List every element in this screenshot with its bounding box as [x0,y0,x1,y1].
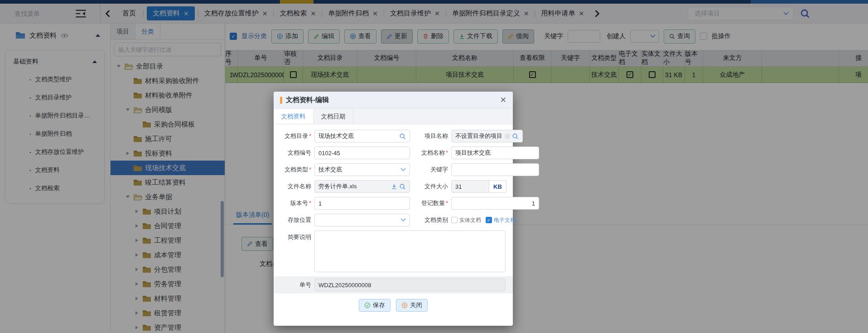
dialog-footer: 保存 关闭 [281,294,506,318]
doc-no-input[interactable] [314,147,410,159]
doc-type-value: 技术交底 [318,166,398,174]
bill-no-label: 单号 [281,281,314,289]
doc-name-input[interactable] [451,147,539,159]
brief-label: 简要说明 [281,230,314,241]
location-select[interactable] [314,214,410,226]
dialog-header: 文档资料-编辑 ✕ [274,92,513,109]
doc-type-select[interactable]: 技术交底 [314,163,410,176]
file-size-label: 文件大小 [418,182,451,191]
file-size-field[interactable]: 31 [451,180,489,193]
doc-name-label: 文档名称 [418,149,451,157]
title-accent-bar [280,97,282,104]
chevron-down-icon [400,168,406,171]
dialog-tabs: 文档资料 文档日期 [274,109,513,124]
check-circle-icon [364,302,371,309]
file-size-unit: KB [489,180,506,193]
search-icon[interactable] [399,183,406,190]
file-name-label: 文件名称 [281,182,314,191]
brief-textarea[interactable] [314,230,506,272]
tab-doc-date[interactable]: 文档日期 [313,109,353,124]
doc-type-label: 文档类型 [281,166,314,174]
download-icon[interactable] [391,183,397,190]
version-input[interactable] [314,197,410,210]
bill-no-row: 单号 [274,276,513,294]
tab-doc-info[interactable]: 文档资料 [274,109,313,124]
clear-icon[interactable] [505,133,510,139]
x-circle-icon [401,302,408,309]
physical-doc-label: 实体文档 [459,216,481,224]
doc-no-label: 文档编号 [281,149,314,157]
register-qty-input[interactable] [451,197,539,210]
electronic-doc-checkbox[interactable]: ✓ [486,217,492,223]
file-name-field[interactable]: 劳务计件单.xls [314,180,410,193]
project-name-field[interactable]: 不设置目录的项目 [451,130,523,142]
bill-no-input[interactable] [314,279,506,291]
location-label: 存放位置 [281,216,314,224]
doc-category-label: 文档类别 [418,216,451,224]
save-button[interactable]: 保存 [359,299,391,312]
electronic-doc-label: 电子文档 [494,216,516,224]
doc-catalog-label: 文档目录 [281,132,314,140]
project-name-value: 不设置目录的项目 [455,132,502,140]
dialog-close-button[interactable]: 关闭 [396,299,428,312]
search-icon[interactable] [512,133,519,140]
search-icon[interactable] [399,133,406,140]
file-name-value: 劳务计件单.xls [318,182,389,191]
physical-doc-checkbox[interactable] [451,217,458,223]
chevron-down-icon [400,218,406,222]
dialog-form: 文档目录 现场技术交底 项目名称 不设置目录的项目 文档编号 [274,124,513,326]
edit-dialog: 文档资料-编辑 ✕ 文档资料 文档日期 文档目录 现场技术交底 项目名称 不设置… [274,92,513,326]
version-label: 版本号 [281,199,314,207]
doc-catalog-value: 现场技术交底 [318,132,397,140]
dialog-close-label: 关闭 [410,301,422,309]
close-icon[interactable]: ✕ [500,96,506,104]
save-label: 保存 [373,301,385,309]
file-size-value: 31 [455,183,485,190]
keyword-field-input[interactable] [451,163,539,176]
doc-catalog-field[interactable]: 现场技术交底 [314,130,410,142]
project-name-label: 项目名称 [418,132,451,140]
dialog-title: 文档资料-编辑 [286,96,329,104]
register-qty-label: 登记数量 [418,199,451,207]
keyword-field-label: 关键字 [418,166,451,174]
